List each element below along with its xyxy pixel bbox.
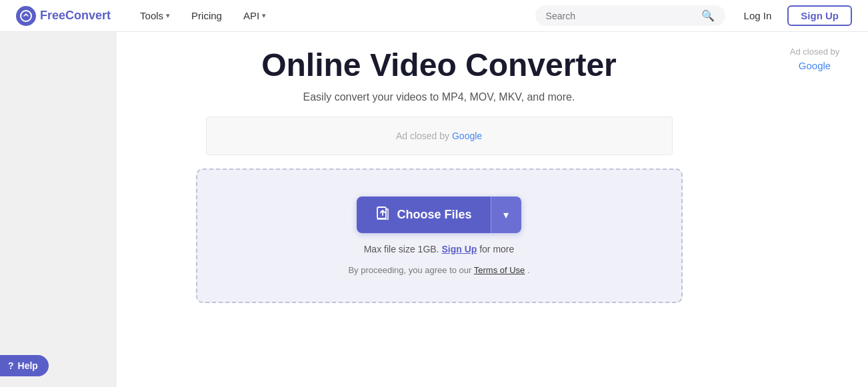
file-upload-icon bbox=[375, 206, 390, 224]
header: FreeConvert Tools ▾ Pricing API ▾ 🔍 Log … bbox=[0, 0, 868, 32]
terms-info: By proceeding, you agree to our Terms of… bbox=[348, 265, 529, 275]
main-nav: Tools ▾ Pricing API ▾ bbox=[132, 6, 535, 25]
upload-dropzone[interactable]: Choose Files ▾ Max file size 1GB. Sign U… bbox=[196, 169, 683, 303]
nav-api[interactable]: API ▾ bbox=[235, 6, 274, 25]
signup-button[interactable]: Sign Up bbox=[787, 5, 852, 26]
main-content: Online Video Converter Easily convert yo… bbox=[0, 32, 868, 387]
terms-of-use-link[interactable]: Terms of Use bbox=[474, 265, 525, 275]
logo-text: FreeConvert bbox=[40, 9, 111, 23]
right-sidebar-ad: Ad closed by Google bbox=[761, 32, 868, 387]
search-input[interactable] bbox=[546, 11, 696, 21]
chevron-down-icon: ▾ bbox=[166, 11, 170, 20]
chevron-down-icon: ▾ bbox=[262, 11, 266, 20]
search-icon: 🔍 bbox=[701, 9, 715, 22]
left-sidebar-ad bbox=[0, 32, 117, 387]
page-title: Online Video Converter bbox=[261, 48, 617, 83]
search-bar[interactable]: 🔍 bbox=[535, 5, 725, 26]
ad-banner: Ad closed by Google bbox=[206, 117, 673, 155]
choose-files-button[interactable]: Choose Files bbox=[357, 196, 490, 233]
logo-icon bbox=[16, 6, 36, 26]
logo[interactable]: FreeConvert bbox=[16, 6, 111, 26]
chevron-down-icon: ▾ bbox=[503, 208, 509, 221]
right-ad-text: Ad closed by Google bbox=[790, 45, 839, 73]
choose-files-group: Choose Files ▾ bbox=[357, 196, 521, 233]
page-subtitle: Easily convert your videos to MP4, MOV, … bbox=[303, 91, 575, 103]
nav-pricing[interactable]: Pricing bbox=[183, 6, 230, 25]
center-content: Online Video Converter Easily convert yo… bbox=[117, 32, 761, 387]
login-button[interactable]: Log In bbox=[736, 6, 780, 25]
help-icon: ? bbox=[8, 360, 14, 371]
nav-tools[interactable]: Tools ▾ bbox=[132, 6, 178, 25]
svg-point-0 bbox=[21, 11, 31, 21]
choose-files-dropdown-button[interactable]: ▾ bbox=[491, 196, 521, 233]
signup-link[interactable]: Sign Up bbox=[441, 244, 477, 254]
help-button[interactable]: ? Help bbox=[0, 355, 49, 376]
header-actions: Log In Sign Up bbox=[736, 5, 852, 26]
file-size-info: Max file size 1GB. Sign Up for more bbox=[364, 244, 515, 254]
